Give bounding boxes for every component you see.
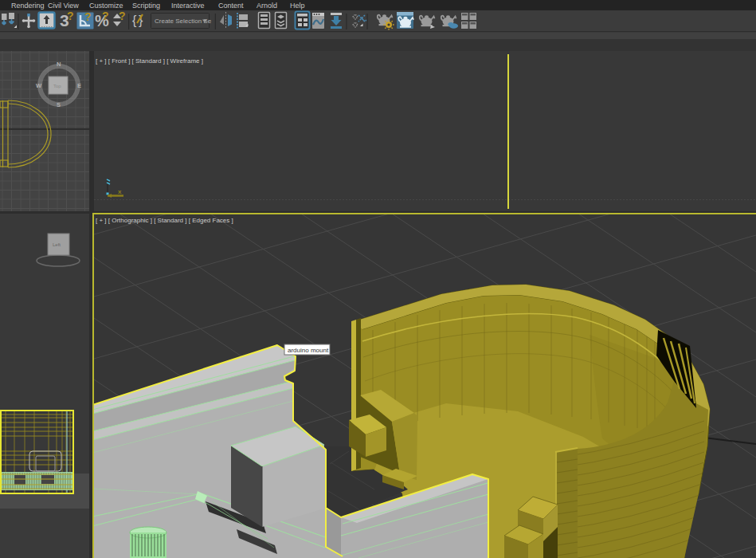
svg-text:E: E <box>77 82 81 89</box>
svg-text:?: ? <box>102 10 109 22</box>
svg-text:arduino mount: arduino mount <box>288 347 329 354</box>
svg-text:S: S <box>57 101 61 108</box>
svg-text:?: ? <box>84 10 92 23</box>
svg-text:W: W <box>36 82 42 89</box>
svg-text:x: x <box>118 188 122 195</box>
svg-text:?: ? <box>119 10 126 22</box>
svg-text:N: N <box>57 61 61 68</box>
svg-text:Left: Left <box>53 242 61 247</box>
svg-text:?: ? <box>67 10 74 22</box>
svg-text:{: { <box>132 14 137 27</box>
svg-text:Create Selection Se: Create Selection Se <box>155 18 212 25</box>
svg-text:Top: Top <box>53 84 61 88</box>
